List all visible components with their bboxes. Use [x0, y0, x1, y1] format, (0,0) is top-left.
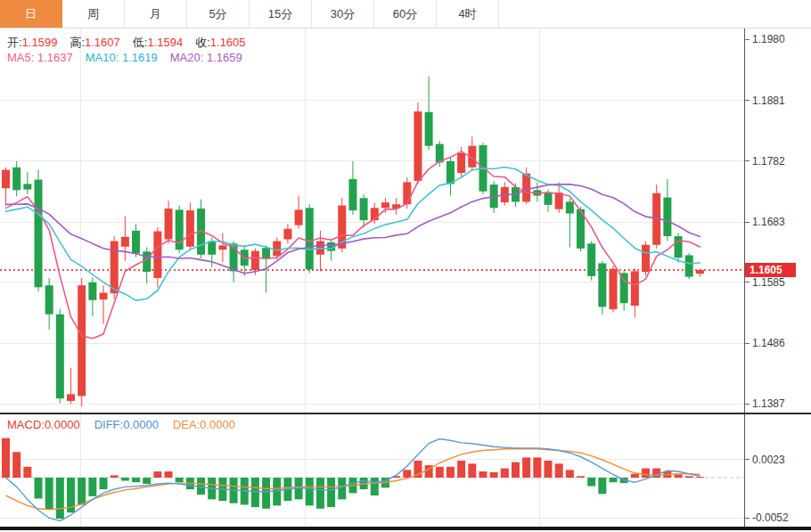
- panel-separator: [0, 413, 811, 414]
- tab-4hour[interactable]: 4时: [437, 0, 499, 28]
- open-label: 开:: [7, 36, 22, 49]
- macd-readout: MACD:0.0000DIFF:0.0000DEA:0.0000: [7, 418, 235, 431]
- tab-day[interactable]: 日: [0, 0, 62, 28]
- tab-60min[interactable]: 60分: [374, 0, 437, 28]
- high-label: 高:: [70, 36, 85, 49]
- tab-month[interactable]: 月: [125, 0, 187, 28]
- price-1.1585-tick: [744, 282, 750, 282]
- macd--0.0052-tick: [744, 518, 750, 519]
- dea-value-readout: DEA:0.0000: [173, 418, 235, 431]
- tab-bar: 日周月5分15分30分60分4时: [0, 0, 811, 29]
- tab-30min[interactable]: 30分: [312, 0, 374, 28]
- price-1.1782-label: 1.1782: [752, 155, 785, 168]
- close-value: 1.1605: [210, 36, 246, 49]
- price-1.1486-tick: [744, 343, 750, 344]
- price-1.1683-label: 1.1683: [752, 216, 785, 228]
- macd-value-readout: MACD:0.0000: [7, 418, 80, 431]
- price-1.1881-label: 1.1881: [752, 94, 785, 107]
- quote-readout: 开:1.1599高:1.1607低:1.1594收:1.1605: [7, 35, 258, 51]
- price-axis-line: [744, 29, 745, 527]
- price-1.1980-tick: [744, 39, 750, 40]
- low-label: 低:: [133, 36, 148, 49]
- tab-week[interactable]: 周: [62, 0, 125, 28]
- low-value: 1.1594: [147, 36, 183, 49]
- ma-readout: MA5: 1.1637MA10: 1.1619MA20: 1.1659: [7, 51, 242, 64]
- diff-value-readout: DIFF:0.0000: [94, 418, 159, 431]
- macd-0.0023-tick: [744, 459, 750, 460]
- ma5-readout: MA5: 1.1637: [7, 51, 73, 64]
- open-value: 1.1599: [22, 36, 58, 49]
- price-1.1881-tick: [744, 100, 750, 101]
- price-1.1387-label: 1.1387: [752, 397, 785, 410]
- price-1.1980-label: 1.1980: [752, 33, 785, 45]
- last-price-badge: 1.1605: [745, 263, 796, 277]
- macd-0.0023-label: 0.0023: [752, 454, 785, 466]
- price-1.1683-tick: [744, 222, 750, 223]
- trading-chart-app: 日周月5分15分30分60分4时 开:1.1599高:1.1607低:1.159…: [0, 0, 811, 532]
- close-label: 收:: [195, 36, 210, 49]
- price-1.1585-label: 1.1585: [752, 276, 785, 289]
- high-value: 1.1607: [85, 36, 120, 49]
- price-1.1486-label: 1.1486: [752, 337, 785, 349]
- ma20-readout: MA20: 1.1659: [170, 51, 242, 64]
- price-1.1782-tick: [744, 160, 750, 161]
- candlestick-chart[interactable]: [0, 29, 744, 413]
- price-1.1387-tick: [744, 404, 750, 405]
- bottom-border: [0, 527, 811, 530]
- tab-15min[interactable]: 15分: [250, 0, 312, 28]
- macd--0.0052-label: -0.0052: [752, 512, 789, 524]
- tab-5min[interactable]: 5分: [187, 0, 250, 28]
- ma10-readout: MA10: 1.1619: [86, 51, 158, 64]
